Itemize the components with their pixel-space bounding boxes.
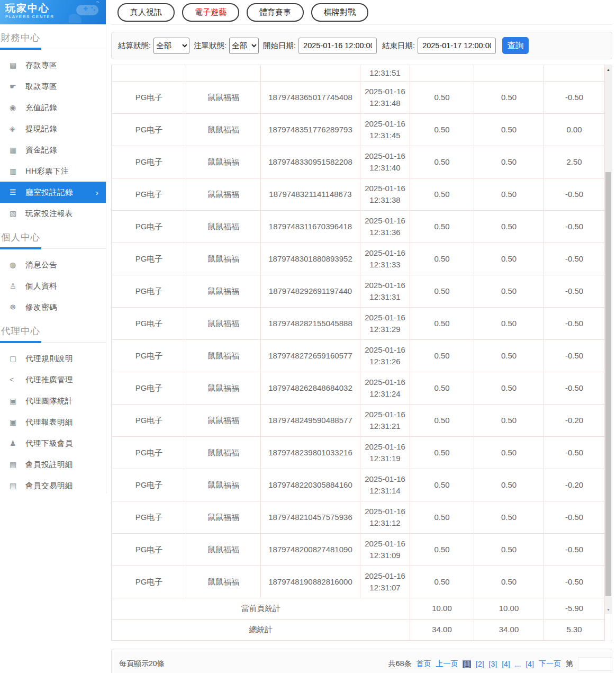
page-number-links: [1][2][3][4]...[4] bbox=[463, 660, 534, 668]
sidebar-item-member-transaction-detail[interactable]: ▤會員交易明細 bbox=[0, 475, 106, 496]
settle-status-select[interactable]: 全部 bbox=[153, 38, 189, 54]
cell-player: 鼠鼠福福 bbox=[186, 275, 261, 307]
cell-valid-bet: 0.50 bbox=[474, 81, 544, 113]
cell-valid-bet: 0.50 bbox=[474, 178, 544, 210]
pagination-bar: 每頁顯示20條 共68条 首页 上一页 [1][2][3][4]...[4] 下… bbox=[111, 649, 612, 673]
cell-bet: 0.50 bbox=[410, 146, 474, 178]
page-link[interactable]: [4] bbox=[502, 660, 510, 668]
cell-profit: -0.50 bbox=[544, 275, 605, 307]
first-page-link[interactable]: 首页 bbox=[416, 659, 431, 669]
cell-player: 鼠鼠福福 bbox=[186, 81, 261, 113]
table-row: PG电子鼠鼠福福18797482203058841602025-01-1612:… bbox=[112, 469, 605, 501]
grand-total-valid-bet: 34.00 bbox=[474, 619, 544, 640]
cell-player: 鼠鼠福福 bbox=[186, 469, 261, 501]
cell-game: PG电子 bbox=[112, 404, 186, 436]
tab-board-card-battle[interactable]: 棋牌對戰 bbox=[311, 3, 368, 22]
list-doc-icon: ▤ bbox=[10, 460, 25, 469]
cell-datetime: 2025-01-1612:31:09 bbox=[360, 533, 410, 566]
cell-profit: -0.20 bbox=[544, 469, 605, 501]
sidebar-item-withdraw-area[interactable]: ☛取款專區 bbox=[0, 76, 106, 97]
cell-player: 鼠鼠福福 bbox=[186, 533, 261, 566]
cell-order-id: 1879748330951582208 bbox=[261, 146, 360, 178]
sidebar-item-notice[interactable]: ◍消息公告 bbox=[0, 254, 106, 275]
cell-datetime: 2025-01-1612:31:24 bbox=[360, 372, 410, 404]
sidebar-item-agent-sub-members[interactable]: ♟代理下級會員 bbox=[0, 433, 106, 454]
table-row: PG电子鼠鼠福福18797482821550458882025-01-1612:… bbox=[112, 307, 605, 339]
cell-profit: -0.50 bbox=[544, 339, 605, 372]
end-date-input[interactable] bbox=[418, 38, 496, 54]
table-row-partial: 12:31:51 bbox=[112, 65, 605, 81]
cell-player: 鼠鼠福福 bbox=[186, 339, 261, 372]
cell-valid-bet: 0.50 bbox=[474, 113, 544, 146]
section-heading: 個人中心 bbox=[1, 231, 106, 244]
sidebar-item-withdraw-record[interactable]: ◈提現記錄 bbox=[0, 118, 106, 139]
cell-order-id: 1879748272659160577 bbox=[261, 339, 360, 372]
table-row: PG电子鼠鼠福福18797483650177454082025-01-1612:… bbox=[112, 81, 605, 113]
cell-bet: 0.50 bbox=[410, 178, 474, 210]
cell-game: PG电子 bbox=[112, 146, 186, 178]
cell-player: 鼠鼠福福 bbox=[186, 210, 261, 243]
sidebar-item-funds-record[interactable]: ▦資金記錄 bbox=[0, 139, 106, 160]
gear-icon: ☸ bbox=[10, 303, 25, 311]
sidebar-item-agent-report-detail[interactable]: ▣代理報表明細 bbox=[0, 411, 106, 433]
sidebar-item-change-password[interactable]: ☸修改密碼 bbox=[0, 297, 106, 318]
scroll-down-arrow-icon[interactable]: ▼ bbox=[605, 606, 612, 614]
table-row: PG电子鼠鼠福福18797483211411486732025-01-1612:… bbox=[112, 178, 605, 210]
cell-valid-bet: 0.50 bbox=[474, 436, 544, 469]
cell-valid-bet: 0.50 bbox=[474, 210, 544, 243]
sidebar-item-deposit-area[interactable]: ▤存款專區 bbox=[0, 55, 106, 76]
tab-live-video[interactable]: 真人視訊 bbox=[117, 3, 175, 22]
cell-datetime: 2025-01-1612:31:40 bbox=[360, 146, 410, 178]
cell-datetime: 2025-01-1612:31:12 bbox=[360, 501, 410, 533]
sidebar-item-label: 廳室投註記錄 bbox=[25, 187, 73, 198]
cell-player: 鼠鼠福福 bbox=[186, 436, 261, 469]
search-button[interactable]: 查詢 bbox=[502, 37, 529, 54]
order-status-select[interactable]: 全部 bbox=[229, 38, 259, 54]
cell-game: PG电子 bbox=[112, 81, 186, 113]
page-link[interactable]: [3] bbox=[489, 660, 497, 668]
filter-bar: 結算狀態: 全部 注單狀態: 全部 開始日期: 結束日期: 查詢 bbox=[111, 32, 612, 59]
sidebar-item-hh-lottery-bet[interactable]: ▥HH彩票下注 bbox=[0, 160, 106, 182]
cell-valid-bet: 0.50 bbox=[474, 501, 544, 533]
sidebar-sections: 財務中心 ▤存款專區☛取款專區◉充值記錄◈提現記錄▦資金記錄▥HH彩票下注☰廳室… bbox=[0, 31, 106, 496]
sidebar-section-personal: 個人中心 ◍消息公告♙個人資料☸修改密碼 bbox=[0, 231, 106, 318]
cell-game: PG电子 bbox=[112, 501, 186, 533]
cell-valid-bet: 0.50 bbox=[474, 146, 544, 178]
funds-record-icon: ▦ bbox=[10, 146, 25, 154]
page-link[interactable]: ... bbox=[515, 660, 521, 668]
scrollbar-thumb[interactable] bbox=[605, 172, 611, 596]
sidebar-item-agent-team-stats[interactable]: ▣代理團隊統計 bbox=[0, 390, 106, 411]
jump-to-page-input[interactable] bbox=[578, 657, 612, 671]
page-link[interactable]: [2] bbox=[476, 660, 484, 668]
cell-profit bbox=[544, 65, 605, 81]
tab-electronic-games[interactable]: 電子遊藝 bbox=[182, 3, 239, 22]
gamepad-icon bbox=[69, 1, 103, 24]
sidebar-item-member-bet-detail[interactable]: ▤會員投註明細 bbox=[0, 454, 106, 475]
table-row: PG电子鼠鼠福福18797482104575759362025-01-1612:… bbox=[112, 501, 605, 533]
scroll-up-arrow-icon[interactable]: ▲ bbox=[605, 66, 612, 74]
cell-profit: -0.50 bbox=[544, 533, 605, 566]
table-row: PG电子鼠鼠福福18797483517762897932025-01-1612:… bbox=[112, 113, 605, 146]
jump-to-page-label: 第 bbox=[566, 659, 573, 669]
cell-bet: 0.50 bbox=[410, 372, 474, 404]
cell-player: 鼠鼠福福 bbox=[186, 501, 261, 533]
grand-total-bet: 34.00 bbox=[410, 619, 474, 640]
prev-page-link[interactable]: 上一页 bbox=[436, 659, 458, 669]
sidebar-item-agent-promotion[interactable]: <代理推廣管理 bbox=[0, 369, 106, 390]
sidebar-item-recharge-record[interactable]: ◉充值記錄 bbox=[0, 97, 106, 118]
start-date-input[interactable] bbox=[298, 38, 377, 54]
cell-bet: 0.50 bbox=[410, 501, 474, 533]
cell-datetime: 2025-01-1612:31:19 bbox=[360, 436, 410, 469]
sidebar-item-room-bet-record[interactable]: ☰廳室投註記錄› bbox=[0, 182, 106, 203]
cell-profit: 0.00 bbox=[544, 113, 605, 146]
sidebar-item-player-bet-report[interactable]: ▧玩家投注報表 bbox=[0, 203, 106, 224]
category-tabbar: 真人視訊電子遊藝體育賽事棋牌對戰 bbox=[111, 0, 612, 25]
sidebar-item-profile[interactable]: ♙個人資料 bbox=[0, 275, 106, 297]
page-link[interactable]: [4] bbox=[526, 660, 534, 668]
page-link-current[interactable]: [1] bbox=[463, 660, 471, 668]
sidebar-item-agent-rules[interactable]: ▢代理規則說明 bbox=[0, 348, 106, 369]
next-page-link[interactable]: 下一页 bbox=[539, 659, 561, 669]
tab-sports-events[interactable]: 體育賽事 bbox=[247, 3, 304, 22]
cell-bet: 0.50 bbox=[410, 210, 474, 243]
table-row: PG电子鼠鼠福福18797482008274810902025-01-1612:… bbox=[112, 533, 605, 566]
